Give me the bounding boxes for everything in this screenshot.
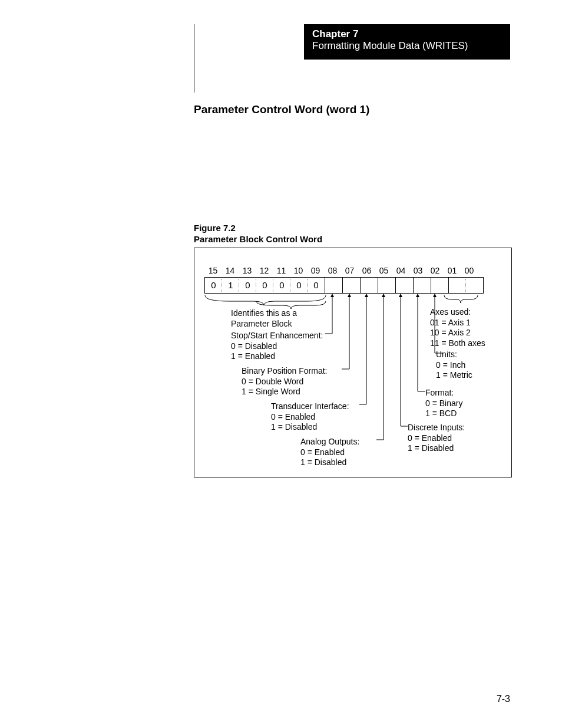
ann-format: Format: 0 = Binary 1 = BCD <box>425 388 462 419</box>
chapter-header-box: Chapter 7 Formatting Module Data (WRITES… <box>304 24 510 60</box>
figure-number: Figure 7.2 <box>194 223 322 234</box>
bit-diagram: 15141312111009080706050403020100 0100000 <box>194 248 512 477</box>
chapter-number: Chapter 7 <box>312 28 502 40</box>
figure-caption: Figure 7.2 Parameter Block Control Word <box>194 223 322 245</box>
figure-title: Parameter Block Control Word <box>194 234 322 245</box>
ann-din: Discrete Inputs: 0 = Enabled 1 = Disable… <box>408 423 465 454</box>
page-number: 7-3 <box>497 694 510 704</box>
ann-units: Units: 0 = Inch 1 = Metric <box>436 350 472 381</box>
ann-stopstart: Stop/Start Enhancement: 0 = Disabled 1 =… <box>231 331 323 362</box>
section-title: Parameter Control Word (word 1) <box>194 103 369 116</box>
ann-identify: Identifies this as a Parameter Block <box>231 308 297 329</box>
ann-xducer: Transducer Interface: 0 = Enabled 1 = Di… <box>271 401 349 433</box>
ann-aout: Analog Outputs: 0 = Enabled 1 = Disabled <box>300 437 359 468</box>
ann-binpos: Binary Position Format: 0 = Double Word … <box>242 366 328 397</box>
ann-axes: Axes used: 01 = Axis 1 10 = Axis 2 11 = … <box>430 307 485 348</box>
chapter-title: Formatting Module Data (WRITES) <box>312 40 502 52</box>
vertical-rule <box>194 24 194 93</box>
